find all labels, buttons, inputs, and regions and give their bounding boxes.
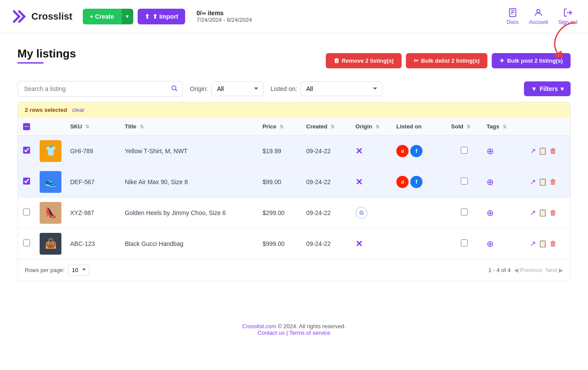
table-row: 👕 GHI-789 Yellow T-Shirt, M, NWT $19.99 …	[18, 135, 570, 166]
title-cell-1: Yellow T-Shirt, M, NWT	[121, 135, 258, 166]
previous-page-button[interactable]: ◀ Previous	[514, 267, 542, 273]
header-right: Docs Account Sign out	[507, 8, 578, 25]
copy-icon-3[interactable]: 📋	[538, 209, 547, 217]
row-checkbox-3[interactable]	[23, 209, 30, 215]
footer-separator: |	[286, 330, 289, 336]
table-row: 👜 ABC-123 Black Gucci Handbag $999.00 09…	[18, 228, 570, 259]
delete-icon-2[interactable]: 🗑	[550, 178, 557, 186]
sold-checkbox-4[interactable]	[461, 239, 468, 246]
sold-cell-3	[447, 197, 482, 228]
price-cell-3: $299.00	[258, 197, 302, 228]
header-actions: + Create ▾ ⬆ ⬆ Import 0/∞ items 7/24/202…	[83, 9, 252, 24]
title-cell-4: Black Gucci Handbag	[121, 228, 258, 259]
title-header: Title ⇅	[121, 118, 258, 135]
listed-filter-select[interactable]: All Depop Facebook Marketplace Google Sh…	[301, 81, 382, 96]
created-sort-icon[interactable]: ⇅	[331, 124, 335, 129]
sold-header: Sold ⇅	[447, 118, 482, 135]
listing-thumbnail-2: 👟	[40, 171, 61, 193]
logo[interactable]: Crosslist	[10, 8, 72, 25]
title-sort-icon[interactable]: ⇅	[140, 124, 144, 129]
remove-listings-button[interactable]: 🗑 Remove 2 listing(s)	[326, 53, 402, 68]
select-all-checkbox[interactable]	[23, 123, 30, 130]
origin-filter-label: Origin:	[190, 85, 208, 92]
create-button[interactable]: + Create	[83, 9, 121, 24]
logo-text: Crosslist	[31, 11, 72, 22]
origin-cell-3: G	[351, 197, 392, 228]
sold-sort-icon[interactable]: ⇅	[466, 124, 470, 129]
origin-sort-icon[interactable]: ⇅	[375, 124, 379, 129]
row-checkbox-4[interactable]	[23, 239, 30, 246]
rows-per-page-select[interactable]: 10 25 50	[68, 265, 89, 276]
copy-icon-2[interactable]: 📋	[538, 178, 547, 186]
bulk-delist-button[interactable]: ✂ Bulk delist 2 listing(s)	[406, 53, 487, 68]
price-sort-icon[interactable]: ⇅	[280, 124, 284, 129]
external-link-icon-1[interactable]: ↗	[530, 147, 536, 155]
docs-label: Docs	[507, 19, 518, 25]
account-nav-item[interactable]: Account	[529, 8, 548, 25]
tags-sort-icon[interactable]: ⇅	[503, 124, 507, 129]
bulk-post-button[interactable]: ✈ Bulk post 2 listing(s)	[492, 53, 571, 68]
tags-cell-2: ⊕	[482, 166, 526, 197]
table-row: 👟 DEF-567 Nike Air Max 90, Size 8 $99.00…	[18, 166, 570, 197]
signout-nav-item[interactable]: Sign out	[558, 8, 578, 25]
add-tag-icon-4[interactable]: ⊕	[487, 239, 494, 249]
listed-cell-4	[392, 228, 447, 259]
depop-icon-1: d	[396, 145, 409, 157]
copy-icon-1[interactable]: 📋	[538, 147, 547, 155]
svg-point-7	[172, 86, 176, 90]
sold-checkbox-2[interactable]	[461, 178, 468, 185]
external-link-icon-3[interactable]: ↗	[530, 209, 536, 217]
delete-icon-4[interactable]: 🗑	[550, 240, 557, 248]
external-link-icon-4[interactable]: ↗	[530, 239, 536, 248]
docs-nav-item[interactable]: Docs	[507, 8, 518, 25]
create-dropdown-button[interactable]: ▾	[121, 9, 133, 24]
actions-cell-2: ↗ 📋 🗑	[526, 166, 570, 197]
sold-checkbox-1[interactable]	[461, 147, 468, 154]
sold-checkbox-3[interactable]	[461, 209, 468, 215]
copy-icon-4[interactable]: 📋	[538, 239, 547, 248]
contact-link[interactable]: Contact us	[257, 330, 284, 336]
rows-per-page: Rows per page: 10 25 50	[25, 265, 89, 276]
clear-selection-link[interactable]: clear	[72, 107, 84, 113]
sku-cell-2: DEF-567	[66, 166, 121, 197]
site-link[interactable]: Crosslist.com	[242, 323, 276, 330]
post-icon: ✈	[500, 57, 504, 64]
listed-cell-1: d f	[392, 135, 447, 166]
row-checkbox-1[interactable]	[23, 147, 30, 154]
delete-icon-1[interactable]: 🗑	[550, 147, 557, 155]
row-checkbox-2[interactable]	[23, 178, 30, 185]
platform-icons-2: d f	[396, 176, 443, 188]
search-box	[17, 81, 183, 97]
sku-sort-icon[interactable]: ⇅	[85, 124, 89, 129]
account-label: Account	[529, 19, 548, 25]
tags-cell-1: ⊕	[482, 135, 526, 166]
delete-icon-3[interactable]: 🗑	[550, 209, 557, 217]
date-cell-1: 09-24-22	[302, 135, 351, 166]
thumb-cell-3: 👠	[35, 197, 66, 228]
listing-thumbnail-3: 👠	[40, 202, 61, 224]
action-icons-3: ↗ 📋 🗑	[530, 209, 566, 217]
add-tag-icon-1[interactable]: ⊕	[487, 146, 494, 156]
sold-cell-2	[447, 166, 482, 197]
facebook-icon-1: f	[410, 145, 422, 157]
origin-filter-select[interactable]: All Crosslist Depop Facebook Google	[211, 81, 264, 96]
thumb-header	[35, 118, 66, 135]
search-input[interactable]	[17, 81, 183, 97]
action-icons-1: ↗ 📋 🗑	[530, 147, 566, 155]
next-page-button[interactable]: Next ▶	[546, 267, 563, 273]
external-link-icon-2[interactable]: ↗	[530, 178, 536, 186]
title-area: My listings	[17, 47, 76, 74]
actions-cell-1: ↗ 📋 🗑	[526, 135, 570, 166]
selected-banner: 2 rows selected clear	[18, 102, 570, 118]
tags-cell-3: ⊕	[482, 197, 526, 228]
import-button[interactable]: ⬆ ⬆ Import	[138, 9, 185, 24]
tos-link[interactable]: Terms of service	[289, 330, 331, 336]
google-origin-icon-3: G	[355, 207, 368, 219]
add-tag-icon-2[interactable]: ⊕	[487, 177, 494, 187]
listings-table: SKU ⇅ Title ⇅ Price ⇅ Created ⇅ Origin ⇅…	[18, 118, 570, 259]
add-tag-icon-3[interactable]: ⊕	[487, 208, 494, 218]
filters-button[interactable]: ▼ Filters ▾	[524, 81, 571, 96]
svg-line-8	[176, 90, 177, 91]
thumb-cell-1: 👕	[35, 135, 66, 166]
items-count: 0/∞ items	[196, 10, 252, 17]
